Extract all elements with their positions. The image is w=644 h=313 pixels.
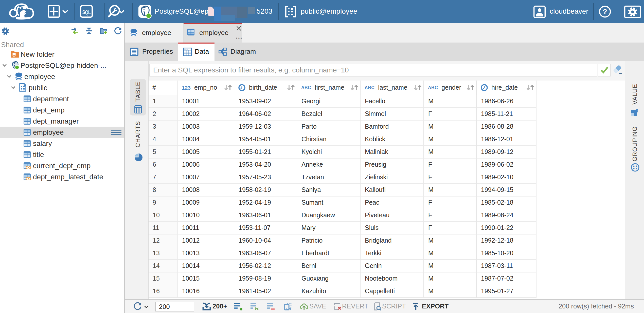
svg-text:?: ? xyxy=(603,7,607,15)
svg-text:SQL: SQL xyxy=(82,9,91,15)
